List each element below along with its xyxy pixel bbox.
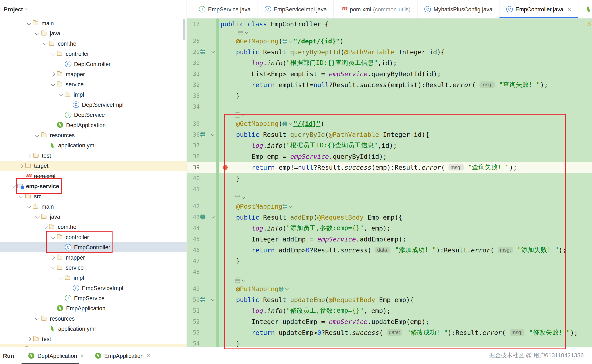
tree-item-emp-service[interactable]: emp-service	[0, 181, 186, 191]
editor-gutter[interactable]: 50	[187, 294, 216, 305]
editor-tab-empcontroller-java[interactable]: EmpController.java×	[500, 0, 579, 18]
tree-item-impl[interactable]: impl	[0, 90, 186, 100]
tree-item-controller[interactable]: controller	[0, 49, 186, 59]
close-icon[interactable]: ×	[568, 6, 572, 13]
code-line-48[interactable]: 48	[187, 266, 592, 277]
chevron-down-icon[interactable]	[17, 193, 25, 200]
editor-gutter[interactable]: 33	[187, 90, 216, 101]
chevron-down-icon[interactable]	[49, 264, 57, 271]
chevron-down-icon[interactable]	[285, 286, 288, 290]
tree-item-target[interactable]: target	[0, 161, 186, 171]
line-number[interactable]: 53	[187, 329, 200, 336]
chevron-right-icon[interactable]	[17, 162, 25, 169]
url-mapping-icon[interactable]	[200, 49, 206, 55]
editor-gutter[interactable]: 36	[187, 129, 216, 140]
url-mapping-icon[interactable]	[279, 286, 284, 292]
editor-gutter[interactable]	[187, 112, 216, 118]
tree-item-service[interactable]: service	[0, 262, 186, 273]
editor-tab-emp[interactable]: emp	[579, 0, 592, 18]
editor-gutter[interactable]: 41	[187, 184, 216, 195]
tree-item-src[interactable]: src	[0, 191, 186, 201]
close-icon[interactable]: ×	[80, 352, 84, 359]
chevron-down-icon[interactable]	[241, 278, 245, 282]
tree-item-test[interactable]: test	[0, 334, 186, 344]
tree-item-java[interactable]: java	[0, 212, 186, 222]
url-mapping-icon[interactable]	[282, 203, 288, 209]
fold-gap-row[interactable]	[187, 29, 592, 36]
run-tab-deptapplication[interactable]: DeptApplication×	[24, 347, 88, 364]
line-number[interactable]: 33	[187, 92, 200, 99]
editor-gutter[interactable]: 53	[187, 327, 216, 338]
collapsed-region-icon[interactable]	[238, 30, 243, 35]
line-number[interactable]: 49	[187, 285, 200, 292]
line-number[interactable]: 17	[187, 21, 200, 27]
editor-gutter[interactable]: 48	[187, 266, 216, 277]
line-number[interactable]: 44	[187, 225, 200, 231]
code-line-36[interactable]: 36public Result queryById(@PathVariable …	[187, 129, 592, 140]
code-line-37[interactable]: 37log.info("根据员工ID:{}查询员工信息",id);	[187, 140, 592, 151]
code-line-50[interactable]: 50public Result updateEmp(@RequestBody E…	[187, 294, 592, 305]
code-line-43[interactable]: 43public Result addEmp(@RequestBody Emp …	[187, 212, 592, 222]
editor-gutter[interactable]: 31	[187, 68, 216, 79]
line-number[interactable]: 46	[187, 247, 200, 253]
chevron-down-icon[interactable]	[211, 297, 214, 301]
tree-item-empserviceimpl[interactable]: EmpServiceImpl	[0, 283, 186, 293]
editor-gutter[interactable]: 40	[187, 173, 216, 184]
code-line-51[interactable]: 51log.info("修改员工,参数:emp={}", emp);	[187, 305, 592, 316]
project-tree-scrollbar[interactable]	[183, 19, 186, 40]
tree-item-mapper[interactable]: mapper	[0, 253, 186, 262]
line-number[interactable]: 34	[187, 103, 200, 110]
line-number[interactable]: 41	[187, 186, 200, 192]
close-icon[interactable]: ×	[147, 352, 151, 359]
line-number[interactable]: 32	[187, 81, 200, 88]
tree-item-main[interactable]: main	[0, 18, 186, 28]
tree-item-empservice[interactable]: EmpService	[0, 293, 186, 303]
editor-gutter[interactable]: 38	[187, 151, 216, 162]
chevron-down-icon[interactable]	[289, 121, 293, 125]
code-line-30[interactable]: 30log.info("根据部门ID:{}查询员工信息",id);	[187, 57, 592, 68]
editor-gutter[interactable]	[187, 29, 216, 36]
line-number[interactable]: 29	[187, 48, 200, 55]
code-line-47[interactable]: 47}	[187, 255, 592, 266]
chevron-down-icon[interactable]	[241, 195, 245, 199]
url-mapping-icon[interactable]	[200, 296, 206, 303]
chevron-down-icon[interactable]	[41, 40, 49, 47]
code-line-40[interactable]: 40}	[187, 173, 592, 184]
tree-item-empapplication[interactable]: EmpApplication	[0, 303, 186, 313]
url-mapping-icon[interactable]	[282, 38, 288, 44]
chevron-down-icon[interactable]	[57, 274, 65, 282]
tree-item-pom-xml[interactable]: pom.xml	[0, 171, 186, 181]
tree-item-impl[interactable]: impl	[0, 273, 186, 283]
editor-gutter[interactable]: 42	[187, 201, 216, 212]
chevron-right-icon[interactable]	[49, 70, 57, 78]
code-line-34[interactable]: 34	[187, 101, 592, 112]
tree-item-deptserviceimpl[interactable]: DeptServiceImpl	[0, 100, 186, 110]
editor-gutter[interactable]: 35	[187, 118, 216, 129]
chevron-down-icon[interactable]	[289, 39, 293, 43]
chevron-down-icon[interactable]	[49, 80, 57, 88]
line-number[interactable]: 43	[187, 214, 200, 221]
code-line-33[interactable]: 33}	[187, 90, 592, 101]
chevron-right-icon[interactable]	[25, 152, 33, 159]
chevron-down-icon[interactable]	[41, 223, 49, 231]
chevron-down-icon[interactable]	[211, 50, 214, 53]
code-line-35[interactable]: 35@GetMapping("/{id}")	[187, 118, 592, 129]
code-line-45[interactable]: 45Integer addEmp = empService.addEmp(emp…	[187, 234, 592, 244]
chevron-down-icon[interactable]	[9, 182, 17, 190]
code-editor[interactable]: 17public class EmpController {28@GetMapp…	[187, 19, 592, 347]
editor-gutter[interactable]: 30	[187, 57, 216, 68]
editor-gutter[interactable]: 54	[187, 338, 216, 347]
chevron-down-icon[interactable]	[25, 19, 33, 27]
chevron-right-icon[interactable]	[17, 345, 25, 347]
chevron-down-icon[interactable]	[33, 213, 41, 221]
tree-item-main[interactable]: main	[0, 202, 186, 212]
tree-item-java[interactable]: java	[0, 28, 186, 38]
line-number[interactable]: 50	[187, 296, 200, 303]
line-number[interactable]: 38	[187, 153, 200, 160]
code-line-32[interactable]: 32return empList!=null?Result.success(em…	[187, 79, 592, 90]
chevron-down-icon[interactable]	[241, 113, 245, 117]
code-line-42[interactable]: 42@PostMapping	[187, 201, 592, 212]
code-line-39[interactable]: 39return emp!=null?Result.success(emp):R…	[187, 162, 592, 173]
chevron-down-icon[interactable]	[33, 315, 41, 322]
line-number[interactable]: 28	[187, 38, 200, 44]
